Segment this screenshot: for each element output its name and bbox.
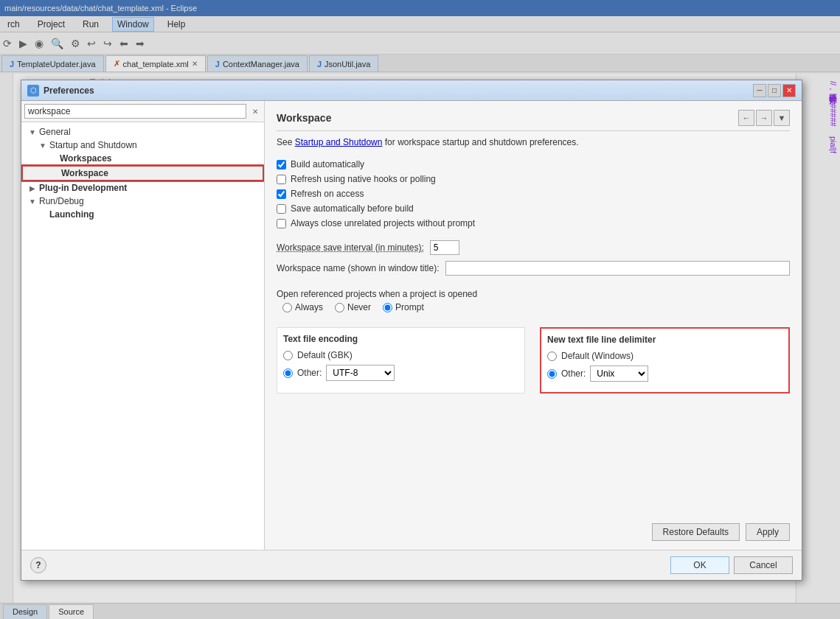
radio-prompt-input[interactable] (383, 303, 392, 312)
delimiter-other-row: Other: Unix Windows macOS (547, 366, 782, 382)
tree-label-workspaces: Workspaces (60, 153, 111, 164)
search-input[interactable] (24, 104, 246, 119)
text-encoding-section: Text file encoding Default (GBK) Other: … (277, 327, 525, 394)
delimiter-select[interactable]: Unix Windows macOS (590, 366, 648, 382)
radio-never-label: Never (347, 302, 371, 312)
line-delimiter-title: New text file line delimiter (547, 335, 782, 345)
save-interval-label: Workspace save interval (in minutes): (277, 242, 424, 253)
encoding-other-label: Other: (297, 368, 322, 378)
radio-always: Always (282, 302, 323, 312)
checkbox-refresh-access-label: Refresh on access (291, 189, 364, 199)
encoding-dropdown: UTF-8 UTF-16 ISO-8859-1 GBK (326, 365, 395, 381)
delimiter-dropdown: Unix Windows macOS (590, 366, 648, 382)
tree-item-startup[interactable]: ▼ Startup and Shutdown (21, 139, 264, 152)
checkbox-close-unrelated-input[interactable] (277, 219, 286, 228)
tree-label-launching: Launching (49, 209, 94, 220)
workspace-name-input[interactable] (445, 261, 790, 276)
dialog-titlebar: ⬡ Preferences ─ □ ✕ (21, 80, 802, 101)
dialog-maximize-btn[interactable]: □ (768, 84, 781, 97)
checkbox-build-auto: Build automatically (277, 159, 790, 169)
checkbox-save-auto-label: Save automatically before build (291, 203, 414, 214)
apply-btn[interactable]: Apply (746, 523, 790, 541)
radio-always-input[interactable] (282, 303, 292, 312)
checkbox-build-auto-label: Build automatically (291, 159, 364, 169)
action-buttons-row: Restore Defaults Apply (277, 523, 790, 541)
search-box: ✕ (21, 101, 264, 122)
open-projects-radio-group: Always Never Prompt (282, 302, 790, 312)
encoding-default-label: Default (GBK) (297, 350, 353, 360)
save-interval-input[interactable] (430, 240, 459, 255)
encoding-other-row: Other: UTF-8 UTF-16 ISO-8859-1 GBK (283, 365, 518, 381)
checkbox-refresh-native-input[interactable] (277, 175, 286, 184)
encoding-select[interactable]: UTF-8 UTF-16 ISO-8859-1 GBK (326, 365, 395, 381)
tree-item-workspace[interactable]: ▶ Workspace (21, 165, 264, 181)
right-panel-title: Workspace (277, 112, 331, 124)
tree-expand-general: ▼ (27, 127, 38, 137)
ok-btn[interactable]: OK (670, 556, 729, 574)
nav-buttons: ← → ▼ (738, 110, 790, 126)
nav-forward-btn[interactable]: → (756, 110, 772, 126)
checkbox-save-auto-input[interactable] (277, 204, 286, 214)
dialog-left-panel: ✕ ▼ General ▼ Startup and Shutdown (21, 101, 265, 550)
delimiter-other-label: Other: (561, 368, 586, 379)
footer-left: ? (30, 557, 46, 573)
dialog-body: ✕ ▼ General ▼ Startup and Shutdown (21, 101, 802, 550)
tree-container: ▼ General ▼ Startup and Shutdown ▶ Works… (21, 122, 264, 550)
tree-item-general[interactable]: ▼ General (21, 125, 264, 139)
dialog-title: Preferences (44, 85, 94, 96)
workspace-name-row: Workspace name (shown in window title): (277, 261, 790, 276)
tree-expand-startup: ▼ (38, 140, 48, 150)
dialog-minimize-btn[interactable]: ─ (753, 84, 766, 97)
open-projects-label: Open referenced projects when a project … (277, 289, 477, 299)
checkbox-refresh-native: Refresh using native hooks or polling (277, 174, 790, 184)
dialog-title-buttons: ─ □ ✕ (753, 84, 796, 97)
encoding-default-row: Default (GBK) (283, 350, 518, 360)
search-clear-btn[interactable]: ✕ (249, 105, 261, 117)
footer-right: OK Cancel (670, 556, 793, 574)
workspace-name-label: Workspace name (shown in window title): (277, 263, 440, 273)
delimiter-default-radio[interactable] (547, 352, 557, 361)
dialog-close-btn[interactable]: ✕ (782, 84, 796, 97)
tree-item-plugin[interactable]: ▶ Plug-in Development (21, 181, 264, 195)
checkbox-build-auto-input[interactable] (277, 160, 286, 169)
restore-defaults-btn[interactable]: Restore Defaults (652, 523, 740, 541)
cancel-btn[interactable]: Cancel (734, 556, 793, 574)
description-text: See Startup and Shutdown for workspace s… (277, 137, 790, 147)
two-col-section: Text file encoding Default (GBK) Other: … (277, 327, 790, 394)
save-interval-row: Workspace save interval (in minutes): (277, 240, 790, 255)
right-header: Workspace ← → ▼ (277, 110, 790, 131)
checkbox-save-auto: Save automatically before build (277, 203, 790, 214)
checkbox-refresh-native-label: Refresh using native hooks or polling (291, 174, 436, 184)
radio-prompt: Prompt (383, 302, 424, 312)
tree-label-plugin: Plug-in Development (39, 183, 127, 193)
checkbox-refresh-access-input[interactable] (277, 189, 286, 199)
tree-label-workspace: Workspace (61, 168, 108, 178)
help-btn[interactable]: ? (30, 557, 46, 573)
radio-never: Never (335, 302, 371, 312)
dialog-title-left: ⬡ Preferences (27, 85, 94, 97)
dialog-footer: ? OK Cancel (21, 550, 802, 580)
checkbox-close-unrelated: Always close unrelated projects without … (277, 218, 790, 228)
tree-item-launching[interactable]: ▶ Launching (21, 208, 264, 221)
right-spacer (277, 394, 790, 508)
radio-prompt-label: Prompt (395, 302, 424, 312)
tree-expand-plugin: ▶ (27, 183, 38, 193)
radio-always-label: Always (295, 302, 323, 312)
tree-label-startup: Startup and Shutdown (49, 140, 137, 150)
encoding-other-radio[interactable] (283, 368, 293, 378)
nav-dropdown-btn[interactable]: ▼ (774, 110, 790, 126)
radio-never-input[interactable] (335, 303, 344, 312)
open-projects-section: Open referenced projects when a project … (277, 289, 790, 299)
checkbox-close-unrelated-label: Always close unrelated projects without … (291, 218, 475, 228)
startup-shutdown-link[interactable]: Startup and Shutdown (295, 137, 383, 147)
checkbox-refresh-access: Refresh on access (277, 189, 790, 199)
delimiter-other-radio[interactable] (547, 369, 557, 379)
encoding-default-radio[interactable] (283, 351, 293, 360)
nav-back-btn[interactable]: ← (738, 110, 754, 126)
tree-item-rundebug[interactable]: ▼ Run/Debug (21, 195, 264, 208)
dialog-right-panel: Workspace ← → ▼ See Startup and Shutdown… (265, 101, 802, 550)
delimiter-default-row: Default (Windows) (547, 351, 782, 361)
dialog-icon: ⬡ (27, 85, 39, 97)
tree-label-general: General (39, 127, 71, 137)
tree-item-workspaces[interactable]: ▶ Workspaces (21, 152, 264, 165)
